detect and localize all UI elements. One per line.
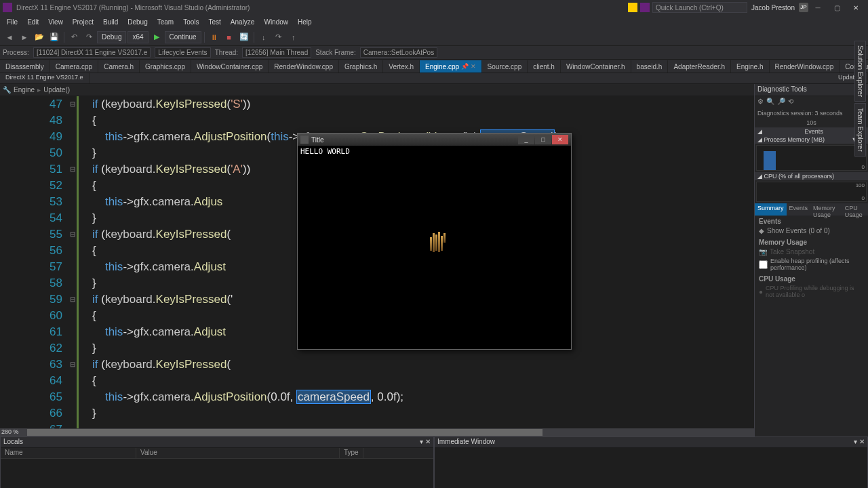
undo-icon[interactable]: ↶ — [67, 30, 81, 44]
process-dropdown[interactable]: [11024] DirectX 11 Engine VS2017.e — [33, 47, 151, 58]
user-name[interactable]: Jacob Preston — [751, 4, 795, 12]
locals-panel[interactable]: Locals▾ ✕ NameValueType AutosLocalsWatch… — [0, 436, 434, 488]
immediate-panel[interactable]: Immediate Window▾ ✕ Call StackBreakpoint… — [434, 436, 868, 488]
user-avatar-icon[interactable]: JP — [799, 3, 808, 12]
directx-app-window[interactable]: Title _ □ ✕ HELLO WORLD — [297, 133, 572, 350]
zoom-out-icon[interactable]: 🔎 — [777, 98, 785, 107]
menu-edit[interactable]: Edit — [23, 17, 43, 27]
tab-renderwindow-cpp[interactable]: RenderWindow.cpp — [269, 60, 339, 73]
app-titlebar[interactable]: Title _ □ ✕ — [298, 134, 571, 146]
camera-icon[interactable]: 📷 — [759, 248, 767, 256]
step-into-icon[interactable]: ↓ — [257, 30, 271, 44]
menu-view[interactable]: View — [44, 17, 67, 27]
open-icon[interactable]: 📂 — [33, 30, 46, 44]
maximize-button[interactable]: ▢ — [827, 1, 846, 14]
step-over-icon[interactable]: ↷ — [272, 30, 285, 44]
menu-tools[interactable]: Tools — [179, 17, 203, 27]
app-maximize-button[interactable]: □ — [535, 135, 551, 144]
memory-chart[interactable]: 380 — [756, 145, 867, 171]
subtab-left[interactable]: DirectX 11 Engine VS2017.e — [0, 73, 90, 83]
events-row[interactable]: ◢ Events — [755, 127, 868, 136]
frame-label: Stack Frame: — [315, 49, 355, 56]
minimize-button[interactable]: ─ — [808, 1, 827, 14]
tab-baseid-h[interactable]: baseid.h — [631, 60, 669, 73]
nav-back-icon[interactable]: ◄ — [3, 30, 16, 44]
sub-tab-row: DirectX 11 Engine VS2017.e Update() — [0, 73, 868, 84]
config-dropdown[interactable]: Debug — [97, 31, 126, 43]
close-button[interactable]: ✕ — [846, 1, 865, 14]
line-gutter: 4748495051525354555657585960616263646566… — [0, 96, 68, 428]
step-out-icon[interactable]: ↑ — [287, 30, 300, 44]
app-icon — [300, 136, 309, 144]
separator — [64, 32, 64, 43]
menu-team[interactable]: Team — [153, 17, 178, 27]
mem-header[interactable]: ◢ Process Memory (MB)▼ ⏸ — [755, 136, 868, 144]
vs-logo-icon — [3, 3, 12, 12]
diag-tool-icon[interactable]: ⚙ — [757, 98, 764, 107]
frame-dropdown[interactable]: Camera::SetLookAtPos — [360, 47, 438, 58]
heap-checkbox[interactable] — [759, 260, 768, 269]
stop-icon[interactable]: ■ — [222, 30, 236, 44]
nav-fwd-icon[interactable]: ► — [18, 30, 31, 44]
process-label: Process: — [3, 49, 29, 56]
menu-bar: FileEditViewProjectBuildDebugTeamToolsTe… — [0, 15, 868, 28]
scope-icon: 🔧 — [3, 86, 11, 94]
tab-engine-h[interactable]: Engine.h — [731, 60, 769, 73]
team-explorer-tab[interactable]: Team Explorer — [854, 103, 866, 156]
tab-renderwindow-cpp[interactable]: RenderWindow.cpp — [770, 60, 840, 73]
diag-tab-events[interactable]: Events — [787, 203, 811, 216]
pause-icon[interactable]: ⏸ — [208, 30, 221, 44]
diagnostic-tools-panel: Diagnostic Tools▾ ✕ ⚙🔍🔎⟲ Diagnostics ses… — [754, 84, 868, 436]
notification-icon[interactable] — [628, 3, 637, 12]
tab-windowcontainer-h[interactable]: WindowContainer.h — [561, 60, 631, 73]
quick-launch-input[interactable]: Quick Launch (Ctrl+Q) — [652, 2, 747, 13]
menu-help[interactable]: Help — [294, 17, 316, 27]
redo-icon[interactable]: ↷ — [82, 30, 96, 44]
menu-build[interactable]: Build — [99, 17, 122, 27]
diag-tab-memory-usage[interactable]: Memory Usage — [810, 203, 842, 216]
debug-process-bar: Process: [11024] DirectX 11 Engine VS201… — [0, 46, 868, 60]
zoom-in-icon[interactable]: 🔍 — [766, 98, 774, 107]
rendered-object — [430, 232, 450, 252]
platform-dropdown[interactable]: x64 — [127, 31, 148, 43]
tab-camera-h[interactable]: Camera.h — [98, 60, 140, 73]
tab-disassembly[interactable]: Disassembly — [0, 60, 50, 73]
lifecycle-dropdown[interactable]: Lifecycle Events — [155, 47, 210, 58]
scrollbar-thumb[interactable] — [27, 429, 542, 436]
menu-debug[interactable]: Debug — [123, 17, 151, 27]
thread-dropdown[interactable]: [12656] Main Thread — [242, 47, 311, 58]
diag-tab-cpu-usage[interactable]: CPU Usage — [842, 203, 868, 216]
tab-engine-cpp[interactable]: Engine.cpp📌 ✕ — [420, 60, 482, 73]
tab-windowcontainer-cpp[interactable]: WindowContainer.cpp — [191, 60, 269, 73]
breadcrumb[interactable]: 🔧 Engine ▸ Update() — [0, 84, 754, 96]
menu-project[interactable]: Project — [68, 17, 98, 27]
tab-graphics-h[interactable]: Graphics.h — [339, 60, 383, 73]
tab-camera-cpp[interactable]: Camera.cpp — [50, 60, 98, 73]
cpu-header[interactable]: ◢ CPU (% of all processors) — [755, 172, 868, 180]
menu-window[interactable]: Window — [260, 17, 292, 27]
tab-client-h[interactable]: client.h — [528, 60, 561, 73]
tab-graphics-cpp[interactable]: Graphics.cpp — [140, 60, 191, 73]
tab-adapterreader-h[interactable]: AdapterReader.h — [668, 60, 731, 73]
continue-icon[interactable]: ▶ — [150, 30, 163, 44]
app-close-button[interactable]: ✕ — [552, 135, 568, 144]
horizontal-scrollbar[interactable]: 280 % — [0, 428, 754, 436]
diag-tab-summary[interactable]: Summary — [755, 203, 787, 216]
tab-source-cpp[interactable]: Source.cpp — [482, 60, 528, 73]
reset-icon[interactable]: ⟲ — [788, 98, 793, 107]
bottom-panels: Locals▾ ✕ NameValueType AutosLocalsWatch… — [0, 436, 868, 488]
menu-file[interactable]: File — [3, 17, 22, 27]
app-minimize-button[interactable]: _ — [518, 135, 534, 144]
flag-icon[interactable] — [640, 3, 650, 12]
cpu-chart[interactable]: 1000 — [756, 182, 867, 202]
tab-vertex-h[interactable]: Vertex.h — [383, 60, 420, 73]
menu-test[interactable]: Test — [205, 17, 225, 27]
solution-explorer-tab[interactable]: Solution Explorer — [854, 41, 866, 102]
events-icon[interactable]: ◆ — [759, 227, 764, 235]
save-icon[interactable]: 💾 — [47, 30, 61, 44]
continue-button[interactable]: Continue — [165, 31, 201, 43]
zoom-level[interactable]: 280 % — [1, 428, 19, 435]
fold-column[interactable]: ⊟⊟⊟⊟⊟ — [68, 96, 79, 428]
restart-icon[interactable]: 🔄 — [237, 30, 251, 44]
menu-analyze[interactable]: Analyze — [226, 17, 259, 27]
